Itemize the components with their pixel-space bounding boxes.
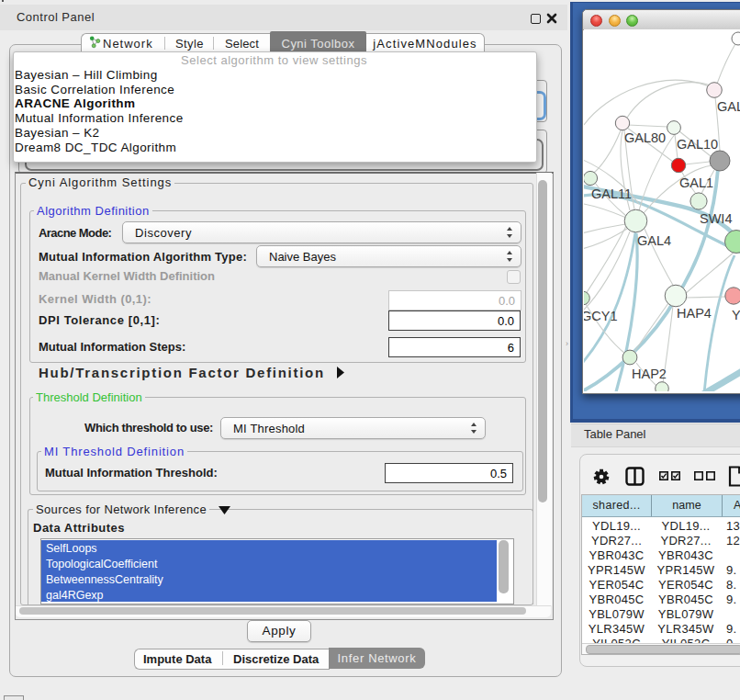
svg-text:Y: Y: [732, 308, 740, 322]
svg-text:SWI4: SWI4: [700, 211, 732, 226]
svg-text:GAL11: GAL11: [591, 186, 632, 201]
svg-text:GAL10: GAL10: [677, 137, 718, 152]
svg-text:GAL: GAL: [717, 99, 740, 114]
svg-text:HAP2: HAP2: [632, 367, 667, 381]
svg-text:GAL4: GAL4: [637, 233, 671, 248]
svg-text:GCY1: GCY1: [584, 309, 618, 323]
svg-text:GAL80: GAL80: [624, 130, 666, 145]
svg-text:GAL1: GAL1: [679, 175, 713, 190]
svg-text:HAP4: HAP4: [677, 306, 712, 321]
